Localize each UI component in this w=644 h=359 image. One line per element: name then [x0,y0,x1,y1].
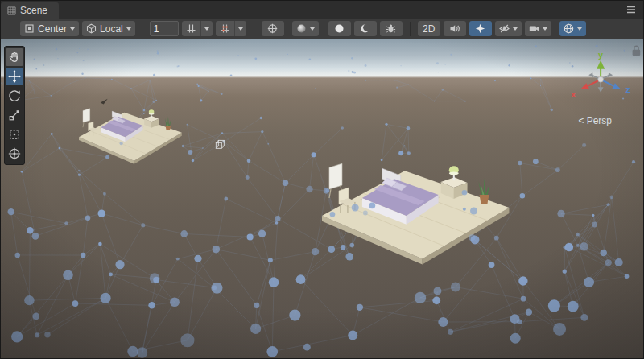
scene-toolbar: Center Local [1,19,643,39]
rotate-tool-icon [8,89,21,102]
shading-mode-button[interactable] [292,21,319,36]
gizmo-z-label[interactable]: z [625,85,630,94]
transform-tool-icon [8,147,21,160]
rect-tool-button[interactable] [6,126,23,143]
gizmos-button[interactable] [559,21,586,36]
effects-icon [475,23,485,34]
sphere-icon [296,23,307,34]
pivot-mode-label: Center [38,23,67,35]
tab-bar: Scene [1,1,643,19]
move-tool-button[interactable] [6,68,23,85]
grid-snap-dropdown[interactable] [200,21,213,36]
increment-snap-icon [220,23,230,34]
tab-label: Scene [20,5,47,16]
projection-label[interactable]: < Persp [578,115,612,126]
pivot-icon [24,23,35,34]
dropdown-arrow [513,27,518,31]
camera-icon [529,23,539,34]
increment-snap-toggle[interactable] [216,21,234,36]
debug-toggle-button[interactable] [380,21,402,36]
gizmo-x-label[interactable]: x [571,89,576,99]
lighting-toggle-button[interactable] [328,21,351,36]
scene-visibility-button[interactable] [495,21,522,36]
dropdown-arrow [126,27,131,31]
dropdown-arrow [238,27,243,31]
grid-snap-toggle[interactable] [182,21,200,36]
increment-snap-dropdown[interactable] [234,21,246,36]
camera-settings-button[interactable] [525,21,551,36]
sky-ground [1,39,643,358]
increment-snap-button [216,21,246,36]
scale-tool-button[interactable] [6,106,23,124]
rect-tool-icon [8,128,21,141]
scene-viewport[interactable]: y x z < Persp [1,39,643,358]
rotate-tool-button[interactable] [6,87,23,105]
audio-icon [449,23,460,34]
toolbar-separator [410,22,411,36]
gizmo-y-label[interactable]: y [598,50,604,60]
eye-slash-icon [499,23,510,34]
grid-snap-icon [186,23,196,34]
moon-icon [360,23,370,34]
orientation-button[interactable]: Local [82,21,135,36]
mode-2d-label: 2D [423,23,435,35]
transform-tool-button[interactable] [6,145,23,163]
crosshair-icon [267,23,278,34]
skybox-toggle-button[interactable] [354,21,377,36]
dropdown-arrow [543,27,547,31]
pivot-mode-button[interactable]: Center [20,21,79,36]
orientation-label: Local [100,23,123,35]
hand-tool-button[interactable] [6,48,23,66]
toolbar-separator [254,22,254,36]
render-mode-button[interactable] [262,21,284,36]
cube-icon [86,23,97,34]
bug-icon [386,23,396,34]
scene-window: Scene Center Local [0,0,644,359]
move-tool-icon [8,70,21,83]
tool-column [4,46,25,165]
effects-toggle-button[interactable] [469,21,492,36]
scene-3d-canvas[interactable]: y x z < Persp [1,39,643,358]
dropdown-arrow [204,27,209,31]
audio-toggle-button[interactable] [444,21,466,36]
tab-scene[interactable]: Scene [1,2,59,19]
dropdown-arrow [70,27,75,31]
mode-2d-button[interactable]: 2D [418,21,440,36]
dropdown-arrow [310,27,315,31]
scale-tool-icon [8,109,21,122]
menu-icon[interactable] [624,2,638,17]
grid-snap-button [182,21,213,36]
hand-tool-icon [8,51,21,64]
snap-value-input[interactable] [150,21,179,36]
lighting-icon [334,23,345,34]
dropdown-arrow [577,27,582,31]
grid-icon [7,6,16,15]
globe-icon [564,23,574,34]
